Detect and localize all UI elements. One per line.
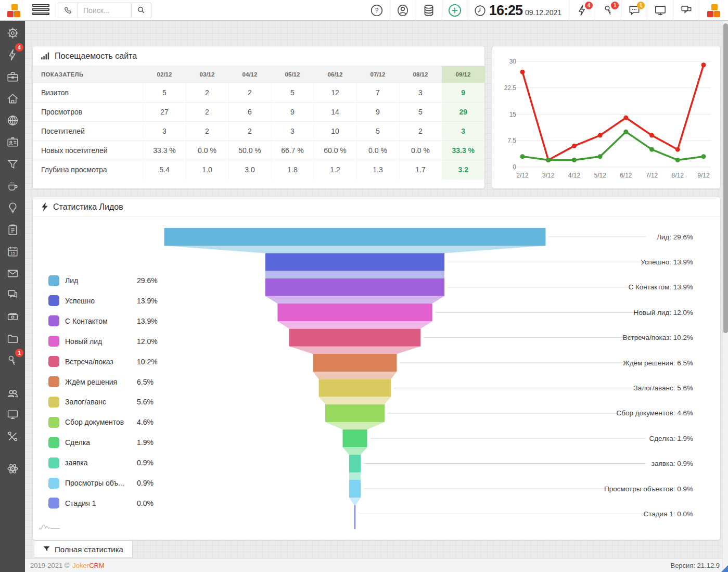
sidebar-item-users[interactable] <box>0 385 25 401</box>
legend-item[interactable]: Сделка1.9% <box>48 435 154 450</box>
sidebar-item-tools[interactable] <box>0 428 25 444</box>
sidebar-item-briefcase[interactable] <box>0 69 25 84</box>
desktop-button[interactable] <box>647 0 673 21</box>
funnel-segment <box>265 253 444 271</box>
sidebar-item-chat[interactable] <box>0 287 25 302</box>
sidebar-item-folder[interactable] <box>0 331 25 346</box>
svg-text:9/12: 9/12 <box>697 172 710 179</box>
chart-brand-icon[interactable] <box>38 520 61 530</box>
legend-item[interactable]: Встреча/показ10.2% <box>48 354 158 369</box>
sidebar-item-calendar[interactable]: 15 <box>0 244 25 259</box>
legend-label: Сбор документов <box>65 418 132 426</box>
footer-brand-link[interactable]: JokerCRM <box>72 562 104 569</box>
monitor-icon <box>654 4 667 17</box>
legend-swatch-icon <box>48 295 59 306</box>
page-scrollbar[interactable] <box>722 21 728 572</box>
funnel-segment <box>319 379 391 397</box>
atom-icon <box>6 462 19 475</box>
legend-item[interactable]: Сбор документов4.6% <box>48 415 154 429</box>
legend-item[interactable]: С Контактом13.9% <box>48 314 158 328</box>
sidebar-item-funnel[interactable] <box>0 156 25 172</box>
column-header: 04/12 <box>228 66 271 83</box>
sidebar-item-atom[interactable] <box>0 461 25 476</box>
sidebar-item-coffee[interactable] <box>0 178 25 194</box>
topbar-actions: ? 16:25 09.12.2021 4 1 1 <box>364 0 728 21</box>
app-logo-icon[interactable] <box>5 3 23 18</box>
profile-button[interactable] <box>390 0 416 21</box>
full-statistics-label: Полная статистика <box>55 545 123 554</box>
legend-item[interactable]: Стадия 10.0% <box>48 496 154 511</box>
cell-value: 3 <box>143 122 186 141</box>
funnel-segment-label: Новый лид: 12.0% <box>634 309 694 316</box>
legend-item[interactable]: Залог/аванс5.6% <box>48 395 154 409</box>
notifications-button[interactable]: 4 <box>569 0 595 21</box>
cell-value: 2 <box>399 122 442 141</box>
legend-label: Лид <box>65 276 132 285</box>
cell-value: 2 <box>186 103 228 122</box>
topbar: ? 16:25 09.12.2021 4 1 1 <box>0 0 728 21</box>
table-header-row: ПОКАЗАТЕЛЬ02/1203/1204/1205/1206/1207/12… <box>33 66 484 83</box>
row-label: Глубина просмотра <box>33 160 143 180</box>
cell-value: 12 <box>314 83 356 103</box>
legend-item[interactable]: Успешно13.9% <box>48 294 158 308</box>
sidebar-badge: 4 <box>15 43 23 52</box>
messages-button[interactable]: 1 <box>621 0 647 21</box>
search-input[interactable] <box>78 3 131 18</box>
svg-text:?: ? <box>375 7 379 14</box>
sidebar-item-envelope[interactable] <box>0 265 25 281</box>
briefcase-icon <box>6 70 19 83</box>
sidebar-item-bulb[interactable] <box>0 200 25 215</box>
legend-label: Стадия 1 <box>65 499 132 507</box>
full-statistics-button[interactable]: Полная статистика <box>34 540 133 558</box>
scrollbar-thumb[interactable] <box>723 23 728 333</box>
legend-item[interactable]: Новый лид12.0% <box>48 334 158 349</box>
footer-version: Версия: 21.12.9 <box>670 562 720 569</box>
visits-line-chart: 07.51522.5302/123/124/125/126/127/128/12… <box>492 46 720 188</box>
dialogs-button[interactable] <box>673 0 699 21</box>
cell-value: 9 <box>356 103 399 122</box>
brand-logo-icon[interactable] <box>699 0 728 21</box>
cell-value: 14 <box>314 103 356 122</box>
sidebar-item-monitor[interactable] <box>0 406 25 422</box>
time-label: 16:25 <box>489 3 522 19</box>
call-button[interactable] <box>58 3 78 18</box>
search-button[interactable] <box>131 3 151 18</box>
cell-value: 3.0 <box>228 160 271 180</box>
site-visits-card-title: Посещаемость сайта <box>55 52 137 61</box>
legend-item[interactable]: Лид29.6% <box>48 273 158 288</box>
cell-value: 3 <box>442 122 484 141</box>
access-button[interactable]: 1 <box>595 0 621 21</box>
row-label: Посетителей <box>33 122 143 141</box>
cell-value: 7 <box>356 83 399 103</box>
sidebar-item-home[interactable] <box>0 91 25 106</box>
table-row: Новых посетителей33.3 %0.0 %50.0 %66.7 %… <box>33 141 484 160</box>
legend-swatch-icon <box>48 397 59 408</box>
funnel-segment <box>325 404 385 422</box>
sidebar-item-clipboard[interactable] <box>0 222 25 237</box>
legend-label: заявка <box>65 459 132 467</box>
sidebar-item-key[interactable]: 1 <box>0 352 25 368</box>
legend-label: Новый лид <box>65 337 132 346</box>
sidebar-item-money[interactable] <box>0 309 25 324</box>
sidebar-item-id-card[interactable] <box>0 134 25 150</box>
svg-text:8/12: 8/12 <box>672 172 684 179</box>
sidebar-item-helm[interactable] <box>0 25 25 41</box>
funnel-segment-label: Сбор документов: 4.6% <box>616 409 693 417</box>
sidebar-item-globe[interactable] <box>0 112 25 128</box>
row-label: Визитов <box>33 83 143 103</box>
sidebar-item-lightning[interactable]: 4 <box>0 47 25 62</box>
help-button[interactable]: ? <box>364 0 390 21</box>
legend-item[interactable]: Ждём решения6.5% <box>48 375 154 389</box>
site-visits-card: Посещаемость сайта ПОКАЗАТЕЛЬ02/1203/120… <box>32 46 485 189</box>
funnel-segment-label: Успешно: 13.9% <box>641 258 693 266</box>
legend-item[interactable]: Просмотры объ...0.9% <box>48 476 154 490</box>
database-button[interactable] <box>416 0 442 21</box>
legend-item[interactable]: заявка0.9% <box>48 455 154 470</box>
cell-value: 2 <box>186 83 228 103</box>
add-button[interactable] <box>442 0 468 21</box>
cell-value: 5 <box>143 83 186 103</box>
legend-percent: 4.6% <box>137 418 154 426</box>
menu-toggle-button[interactable] <box>32 4 49 17</box>
funnel-segment <box>265 278 444 296</box>
column-header: 02/12 <box>143 66 186 83</box>
